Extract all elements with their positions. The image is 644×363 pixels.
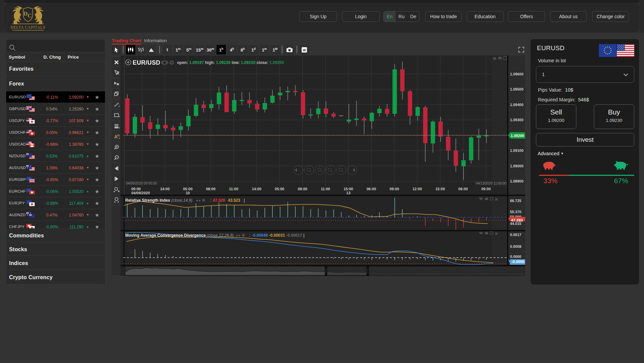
svg-text:08:00: 08:00 bbox=[206, 187, 215, 191]
svg-text:06:00: 06:00 bbox=[367, 187, 376, 191]
svg-text:C: C bbox=[28, 12, 32, 19]
svg-text:08:00: 08:00 bbox=[298, 187, 307, 191]
svg-text:DELTA CAPITALS: DELTA CAPITALS bbox=[10, 25, 45, 29]
svg-text:●● ✖: ●● ✖ bbox=[236, 233, 245, 238]
svg-text:1.09400: 1.09400 bbox=[510, 103, 523, 107]
svg-text:09:00: 09:00 bbox=[481, 187, 491, 191]
svg-text:13: 13 bbox=[346, 191, 350, 195]
svg-text:04/09/2020 09:00:00: 04/09/2020 09:00:00 bbox=[126, 182, 157, 185]
svg-text:✖: ✖ bbox=[495, 197, 498, 201]
svg-text:12:00: 12:00 bbox=[412, 187, 422, 191]
svg-text:●● ✖: ●● ✖ bbox=[196, 198, 205, 203]
svg-text:15:00: 15:00 bbox=[344, 187, 353, 191]
svg-text:✖: ✖ bbox=[495, 232, 498, 236]
svg-text:Moving Average Convergence Div: Moving Average Convergence Divergence (c… bbox=[125, 233, 234, 238]
svg-text:09:00: 09:00 bbox=[389, 187, 399, 191]
svg-text:04/09/2020: 04/09/2020 bbox=[131, 191, 150, 195]
svg-text:06:00: 06:00 bbox=[459, 187, 468, 191]
svg-text:|: | bbox=[303, 233, 304, 238]
svg-text:66.725: 66.725 bbox=[510, 199, 521, 203]
svg-text:D: D bbox=[24, 10, 28, 17]
svg-text:1.09200: 1.09200 bbox=[511, 134, 524, 138]
svg-text:-0.00031: -0.00031 bbox=[269, 233, 285, 238]
svg-text:05:00: 05:00 bbox=[275, 187, 284, 191]
svg-text:09:00: 09:00 bbox=[131, 187, 141, 191]
svg-text:0.0017: 0.0017 bbox=[510, 233, 521, 237]
svg-text:1.08900: 1.08900 bbox=[510, 179, 523, 183]
svg-text:47.283: 47.283 bbox=[511, 218, 523, 222]
svg-text:-0.0005: -0.0005 bbox=[511, 260, 525, 264]
svg-text:43.523: 43.523 bbox=[228, 198, 240, 203]
svg-text:04/13/2020 11:00:00: 04/13/2020 11:00:00 bbox=[476, 182, 506, 185]
svg-text:15:00: 15:00 bbox=[435, 187, 445, 191]
svg-text:|: | bbox=[244, 198, 245, 203]
svg-text:1.09100: 1.09100 bbox=[510, 148, 523, 153]
svg-text:11:00: 11:00 bbox=[229, 187, 238, 191]
svg-text:0.0000: 0.0000 bbox=[510, 255, 521, 259]
svg-text:Relative Strength Index (close: Relative Strength Index (close,14,9) bbox=[125, 198, 192, 203]
svg-text:11:00: 11:00 bbox=[321, 187, 330, 191]
svg-text:EUR/USD: EUR/USD bbox=[133, 59, 160, 66]
svg-text::: : bbox=[249, 233, 250, 238]
svg-text:0.0008: 0.0008 bbox=[510, 244, 521, 249]
svg-text:-0.00017: -0.00017 bbox=[286, 233, 302, 238]
svg-text:1.09600: 1.09600 bbox=[510, 72, 523, 76]
svg-text:05:00: 05:00 bbox=[183, 187, 193, 191]
svg-text:14:00: 14:00 bbox=[252, 187, 261, 191]
svg-text:ts: ts bbox=[117, 134, 120, 137]
svg-text:open: 1.09197 high: 1.09239 lo: open: 1.09197 high: 1.09239 low: 1.09150… bbox=[177, 60, 284, 65]
svg-text:1.09000: 1.09000 bbox=[510, 164, 523, 168]
svg-text:14:00: 14:00 bbox=[160, 187, 170, 191]
svg-text:1.09500: 1.09500 bbox=[510, 87, 523, 91]
svg-text:47.526: 47.526 bbox=[213, 198, 225, 203]
svg-text::: : bbox=[210, 198, 211, 203]
svg-text:w: w bbox=[303, 48, 306, 52]
svg-text:55.370: 55.370 bbox=[510, 210, 521, 214]
svg-text:1.09300: 1.09300 bbox=[510, 118, 523, 122]
svg-text:-0.00049: -0.00049 bbox=[252, 233, 268, 238]
svg-text:10: 10 bbox=[186, 191, 190, 195]
